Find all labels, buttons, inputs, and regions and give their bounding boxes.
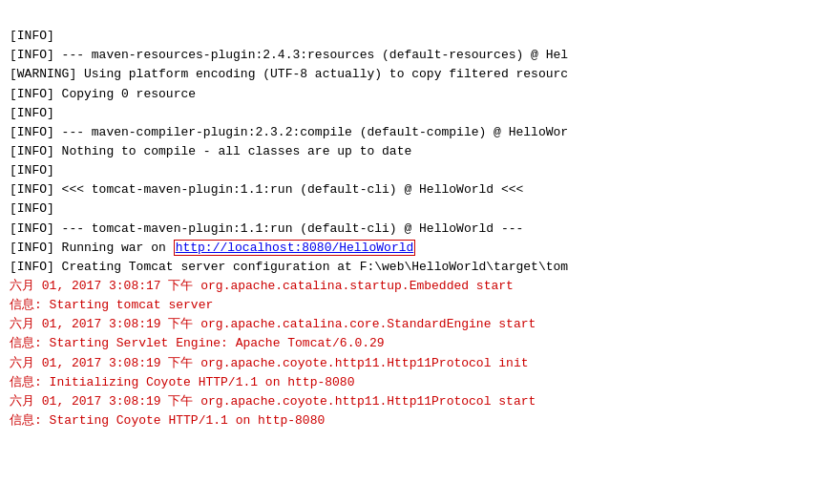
console-line: 六月 01, 2017 3:08:19 下午 org.apache.coyote… [10, 354, 810, 373]
console-line: 信息: Starting Servlet Engine: Apache Tomc… [10, 334, 810, 353]
console-line: [INFO] Running war on http://localhost:8… [10, 239, 810, 258]
console-line: [INFO] --- maven-resources-plugin:2.4.3:… [10, 46, 810, 65]
console-line: [INFO] --- tomcat-maven-plugin:1.1:run (… [10, 220, 810, 239]
console-line: 六月 01, 2017 3:08:19 下午 org.apache.coyote… [10, 392, 810, 411]
console-line: 六月 01, 2017 3:08:19 下午 org.apache.catali… [10, 315, 810, 334]
console-line: [INFO] [10, 200, 810, 219]
console-line: [INFO] <<< tomcat-maven-plugin:1.1:run (… [10, 180, 810, 200]
console-line: [INFO] [10, 161, 810, 180]
console-line: 信息: Starting Coyote HTTP/1.1 on http-808… [10, 411, 810, 430]
console-line: [INFO] Nothing to compile - all classes … [10, 142, 810, 161]
console-line: [INFO] --- maven-compiler-plugin:2.3.2:c… [10, 123, 810, 142]
console-output: [INFO][INFO] --- maven-resources-plugin:… [0, 0, 820, 438]
console-line: [INFO] [10, 27, 810, 46]
console-line: [INFO] [10, 104, 810, 123]
console-line: 信息: Starting tomcat server [10, 296, 810, 315]
console-line: [WARNING] Using platform encoding (UTF-8… [10, 65, 810, 84]
localhost-link[interactable]: http://localhost:8080/HelloWorld [174, 240, 416, 256]
console-line: 信息: Initializing Coyote HTTP/1.1 on http… [10, 373, 810, 392]
console-line: [INFO] Copying 0 resource [10, 85, 810, 104]
console-line: [INFO] Creating Tomcat server configurat… [10, 258, 810, 277]
console-line: 六月 01, 2017 3:08:17 下午 org.apache.catali… [10, 277, 810, 296]
